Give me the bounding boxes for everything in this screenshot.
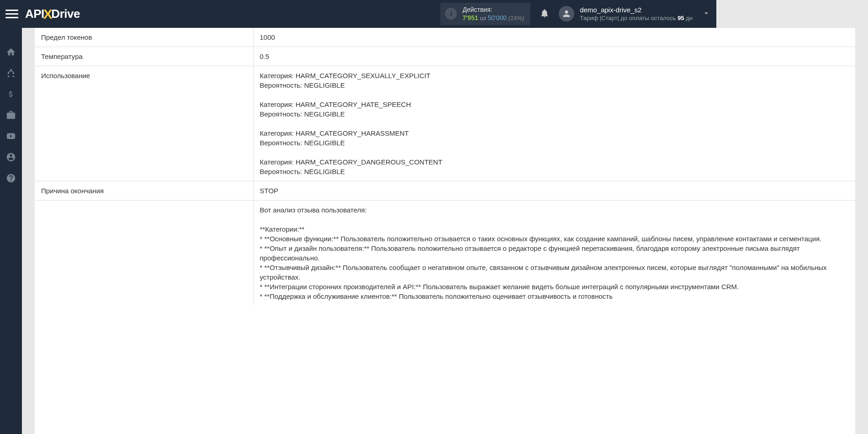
avatar-icon	[559, 6, 574, 21]
row-response: Вот анализ отзыва пользователя: **Катего…	[35, 201, 716, 306]
details-table: Предел токенов 1000 Температура 0.5 Испо…	[35, 28, 716, 306]
bell-icon[interactable]	[540, 8, 550, 20]
sidebar-item-profile[interactable]	[0, 147, 22, 168]
topbar: API X Drive i Действия: 7'951 из 50'000 …	[0, 0, 716, 28]
actions-badge[interactable]: i Действия: 7'951 из 50'000 (16%)	[440, 3, 530, 25]
sidebar	[0, 28, 22, 359]
logo-drive: Drive	[51, 7, 80, 21]
key-usage: Использование	[35, 66, 253, 181]
svg-point-0	[10, 69, 12, 71]
val-temperature: 0.5	[253, 47, 716, 66]
svg-point-4	[13, 76, 15, 78]
hamburger-menu-button[interactable]	[5, 8, 18, 21]
key-response	[35, 201, 253, 306]
sidebar-item-help[interactable]	[0, 168, 22, 189]
key-token-limit: Предел токенов	[35, 28, 253, 47]
user-text: demo_apix-drive_s2 Тариф |Старт| до опла…	[580, 5, 693, 22]
user-tariff: Тариф |Старт| до оплаты осталось 95 дн	[580, 15, 693, 22]
svg-point-2	[13, 72, 15, 74]
logo[interactable]: API X Drive	[25, 6, 80, 22]
row-temperature: Температура 0.5	[35, 47, 716, 66]
sidebar-item-connections[interactable]	[0, 63, 22, 84]
row-finish-reason: Причина окончания STOP	[35, 181, 716, 201]
actions-of: из	[478, 15, 488, 21]
actions-current: 7'951	[462, 14, 478, 21]
user-block[interactable]: demo_apix-drive_s2 Тариф |Старт| до опла…	[559, 5, 693, 22]
chevron-down-icon[interactable]	[702, 9, 711, 20]
info-icon: i	[445, 8, 457, 20]
sidebar-item-billing[interactable]	[0, 84, 22, 105]
sidebar-item-home[interactable]	[0, 42, 22, 63]
actions-pct: (16%)	[507, 15, 524, 21]
actions-max: 50'000	[487, 14, 507, 21]
svg-point-3	[8, 76, 10, 78]
val-response: Вот анализ отзыва пользователя: **Катего…	[253, 201, 716, 306]
svg-point-1	[8, 72, 10, 74]
val-usage: Категория: HARM_CATEGORY_SEXUALLY_EXPLIC…	[253, 66, 716, 181]
row-usage: Использование Категория: HARM_CATEGORY_S…	[35, 66, 716, 181]
actions-text: Действия: 7'951 из 50'000 (16%)	[462, 5, 524, 22]
content-area: Предел токенов 1000 Температура 0.5 Испо…	[22, 28, 716, 359]
logo-api: API	[25, 7, 44, 21]
val-finish-reason: STOP	[253, 181, 716, 201]
sidebar-item-briefcase[interactable]	[0, 105, 22, 126]
key-temperature: Температура	[35, 47, 253, 66]
row-token-limit: Предел токенов 1000	[35, 28, 716, 47]
sidebar-item-youtube[interactable]	[0, 126, 22, 147]
key-finish-reason: Причина окончания	[35, 181, 253, 201]
user-name: demo_apix-drive_s2	[580, 5, 693, 15]
actions-label: Действия:	[462, 5, 524, 14]
details-panel: Предел токенов 1000 Температура 0.5 Испо…	[35, 28, 716, 359]
val-token-limit: 1000	[253, 28, 716, 47]
